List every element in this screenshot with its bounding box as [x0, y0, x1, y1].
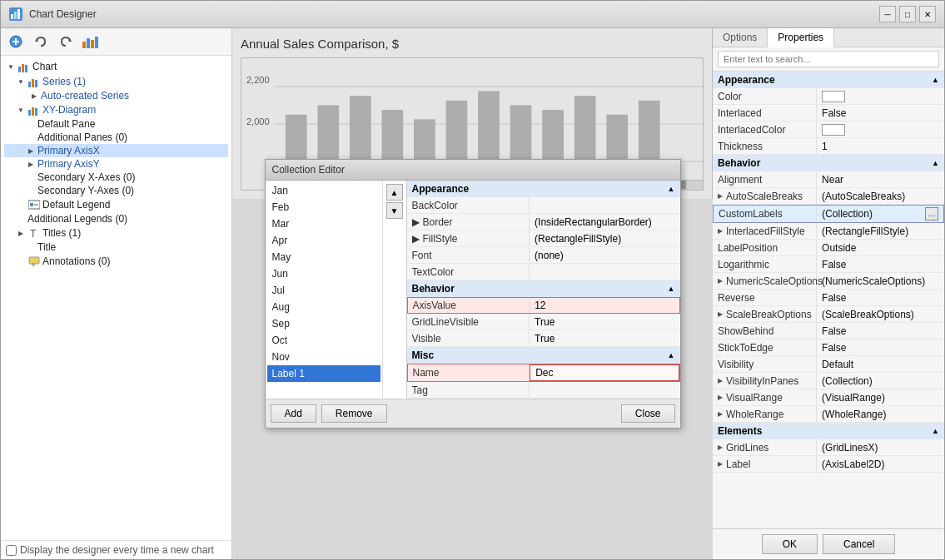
list-item-sep[interactable]: Sep [267, 315, 380, 332]
prop-value-label[interactable]: (AxisLabel2D) [817, 456, 944, 472]
interlacedfillstyle-arrow[interactable]: ▶ [718, 227, 723, 235]
fillstyle-expand-icon[interactable]: ▶ [412, 233, 420, 245]
tree-arrow-xy[interactable]: ▼ [16, 105, 26, 115]
ce-prop-value-gridlinevisible[interactable]: True [530, 314, 679, 330]
tree-item-additional-legends[interactable]: Additional Legends (0) [4, 212, 228, 225]
tree-item-primary-axisx[interactable]: ▶ Primary AxisX [4, 144, 228, 157]
tree-item-default-legend[interactable]: Default Legend [4, 197, 228, 212]
tree-arrow-axisx[interactable]: ▶ [26, 146, 36, 156]
tree-item-additional-panes[interactable]: Additional Panes (0) [4, 131, 228, 144]
tree-arrow-series[interactable]: ▼ [16, 77, 26, 87]
prop-value-interlacedfillstyle[interactable]: (RectangleFillStyle) [817, 223, 944, 239]
tree-item-title[interactable]: Title [4, 240, 228, 254]
tree-item-primary-axisy[interactable]: ▶ Primary AxisY [4, 157, 228, 171]
prop-value-reverse[interactable]: False [817, 290, 944, 305]
prop-value-color[interactable] [817, 88, 944, 104]
minimize-button[interactable]: ─ [879, 6, 896, 22]
ce-appearance-collapse[interactable]: ▲ [668, 185, 675, 193]
tree-item-default-pane[interactable]: Default Pane [4, 117, 228, 131]
ce-prop-value-visible[interactable]: True [530, 330, 679, 346]
tree-item-secondary-xaxes[interactable]: Secondary X-Axes (0) [4, 171, 228, 184]
tree-item-titles[interactable]: ▶ T Titles (1) [4, 225, 228, 240]
wholerange-arrow[interactable]: ▶ [718, 410, 723, 418]
label-arrow[interactable]: ▶ [718, 460, 723, 468]
gridlines-arrow[interactable]: ▶ [718, 444, 723, 451]
list-item-may[interactable]: May [267, 249, 380, 265]
behavior-collapse[interactable]: ▲ [932, 159, 939, 167]
tree-arrow-chart[interactable]: ▼ [6, 62, 16, 72]
ce-prop-axisvalue[interactable]: AxisValue 12 [407, 297, 680, 314]
visibilitypanes-arrow[interactable]: ▶ [718, 377, 723, 384]
move-up-button[interactable]: ▲ [386, 184, 403, 201]
redo-button[interactable] [56, 32, 76, 52]
list-item-jun[interactable]: Jun [267, 265, 380, 282]
tree-arrow-titles[interactable]: ▶ [16, 228, 26, 238]
customlabels-edit-button[interactable]: … [925, 207, 938, 221]
designer-checkbox-label[interactable]: Display the designer every time a new ch… [6, 544, 226, 556]
appearance-collapse[interactable]: ▲ [932, 76, 939, 84]
list-item-jan[interactable]: Jan [267, 182, 380, 199]
list-item-jul[interactable]: Jul [267, 282, 380, 299]
scalebreakoptions-arrow[interactable]: ▶ [718, 310, 723, 318]
add-button[interactable] [6, 32, 26, 52]
tree-item-xy-diagram[interactable]: ▼ XY-Diagram [4, 102, 228, 117]
list-item-oct[interactable]: Oct [267, 332, 380, 349]
tree-item-secondary-yaxes[interactable]: Secondary Y-Axes (0) [4, 184, 228, 197]
ce-remove-button[interactable]: Remove [321, 404, 387, 423]
ce-close-button[interactable]: Close [621, 404, 675, 423]
prop-value-scalebreakoptions[interactable]: (ScaleBreakOptions) [817, 306, 944, 322]
ok-button[interactable]: OK [762, 534, 818, 554]
list-item-feb[interactable]: Feb [267, 199, 380, 216]
autoscalebreaks-arrow[interactable]: ▶ [718, 192, 723, 200]
numericscale-arrow[interactable]: ▶ [718, 277, 723, 285]
ce-prop-value-fillstyle[interactable]: (RectangleFillStyle) [530, 230, 679, 246]
prop-value-logarithmic[interactable]: False [817, 256, 944, 272]
close-button[interactable]: ✕ [919, 6, 936, 22]
ce-misc-collapse[interactable]: ▲ [668, 351, 675, 359]
prop-value-stickttoedge[interactable]: False [817, 339, 944, 355]
prop-value-thickness[interactable]: 1 [817, 138, 944, 154]
border-expand-icon[interactable]: ▶ [412, 216, 420, 228]
prop-value-customlabels[interactable]: (Collection) … [817, 206, 943, 222]
ce-prop-value-name[interactable]: Dec [530, 364, 679, 381]
ce-prop-value-textcolor[interactable] [530, 264, 679, 280]
prop-customlabels[interactable]: CustomLabels (Collection) … [713, 205, 944, 223]
search-input[interactable] [718, 51, 939, 67]
ce-prop-value-font[interactable]: (none) [530, 247, 679, 263]
ce-prop-value-tag[interactable] [530, 382, 679, 398]
list-item-nov[interactable]: Nov [267, 349, 380, 365]
prop-value-visibilityinpanes[interactable]: (Collection) [817, 373, 944, 389]
prop-value-wholerange[interactable]: (WholeRange) [817, 406, 944, 422]
tree-item-chart[interactable]: ▼ Chart [4, 59, 228, 74]
cancel-button[interactable]: Cancel [823, 534, 895, 554]
prop-value-numericscaleoptions[interactable]: (NumericScaleOptions) [817, 273, 944, 289]
list-item-mar[interactable]: Mar [267, 216, 380, 232]
ce-prop-value-axisvalue[interactable]: 12 [530, 298, 679, 313]
prop-value-autoscalebreaks[interactable]: (AutoScaleBreaks) [817, 188, 944, 204]
move-down-button[interactable]: ▼ [386, 202, 403, 219]
tree-item-annotations[interactable]: Annotations (0) [4, 254, 228, 269]
visualrange-arrow[interactable]: ▶ [718, 394, 723, 401]
prop-value-alignment[interactable]: Near [817, 171, 944, 187]
prop-value-interlacedcolor[interactable] [817, 121, 944, 137]
prop-value-labelposition[interactable]: Outside [817, 240, 944, 255]
elements-collapse[interactable]: ▲ [932, 427, 939, 435]
tab-options[interactable]: Options [713, 28, 768, 47]
prop-value-visibility[interactable]: Default [817, 356, 944, 372]
tree-arrow-auto-series[interactable]: ▶ [29, 91, 39, 101]
list-item-label1[interactable]: Label 1 [267, 365, 380, 382]
prop-value-showbehind[interactable]: False [817, 323, 944, 339]
ce-prop-value-backcolor[interactable] [530, 197, 679, 213]
tab-properties[interactable]: Properties [768, 28, 834, 47]
undo-button[interactable] [31, 32, 51, 52]
maximize-button[interactable]: □ [899, 6, 916, 22]
prop-value-gridlines[interactable]: (GridLinesX) [817, 439, 944, 455]
tree-item-series[interactable]: ▼ Series (1) [4, 74, 228, 89]
ce-add-button[interactable]: Add [271, 404, 316, 423]
ce-prop-value-border[interactable]: (InsideRectangularBorder) [530, 214, 679, 230]
chart-wizard-button[interactable] [81, 32, 101, 52]
list-item-apr[interactable]: Apr [267, 232, 380, 249]
designer-checkbox[interactable] [6, 545, 17, 556]
prop-value-interlaced[interactable]: False [817, 105, 944, 121]
list-item-aug[interactable]: Aug [267, 299, 380, 315]
